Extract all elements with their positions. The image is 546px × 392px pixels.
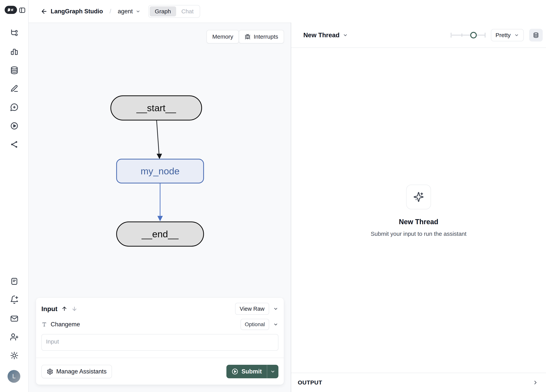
- node-end[interactable]: __end__: [117, 222, 204, 246]
- input-panel-header: Input View Raw: [41, 303, 278, 315]
- graph-selector-label: agent: [118, 8, 133, 15]
- input-panel-footer: Manage Assistants Submit: [41, 358, 278, 385]
- panel-left-toggle-icon[interactable]: [19, 6, 26, 14]
- edge-mynode-to-end: [157, 183, 163, 221]
- thread-panel: New Thread Pretty: [291, 23, 546, 392]
- view-tab-group: Graph Chat: [148, 5, 200, 18]
- move-up-button[interactable]: [61, 306, 67, 312]
- thread-selector-label: New Thread: [303, 32, 339, 39]
- parrot-tools-logo-icon: [6, 7, 15, 13]
- node-start-label: __start__: [136, 103, 176, 113]
- chevron-right-icon: [532, 379, 539, 386]
- input-panel-title: Input: [41, 305, 58, 313]
- avatar-initial: L: [12, 373, 15, 380]
- render-mode-label: Pretty: [495, 32, 511, 38]
- avatar[interactable]: L: [7, 370, 20, 383]
- page-title: LangGraph Studio: [51, 8, 103, 15]
- view-raw-label: View Raw: [240, 306, 265, 312]
- bar-chart-icon: [10, 47, 19, 56]
- share-icon: [10, 140, 19, 149]
- message-plus-icon: [10, 103, 19, 112]
- arrow-left-icon: [41, 8, 48, 15]
- tab-graph[interactable]: Graph: [150, 6, 176, 16]
- chevron-down-icon: [136, 9, 141, 14]
- sidebar-item-docs[interactable]: [10, 277, 19, 286]
- edge-start-to-mynode: [157, 120, 162, 159]
- field-label: Changeme: [51, 321, 80, 328]
- graph-canvas[interactable]: Memory Interrupts: [29, 23, 291, 392]
- input-panel: Input View Raw Changeme: [36, 298, 284, 385]
- node-my-node-label: my_node: [141, 166, 180, 176]
- thread-toolbar: New Thread Pretty: [291, 23, 546, 48]
- thread-toolbar-controls: Pretty: [451, 29, 543, 42]
- field-collapse-chevron-icon[interactable]: [273, 322, 278, 327]
- sidebar-item-feedback[interactable]: [10, 314, 19, 323]
- circle-play-icon: [10, 121, 19, 130]
- node-my-node[interactable]: my_node: [117, 159, 204, 183]
- empty-state: New Thread Submit your input to run the …: [291, 185, 546, 237]
- view-raw-button[interactable]: View Raw: [235, 303, 269, 315]
- text-type-icon: [41, 322, 47, 327]
- sidebar-item-datasets[interactable]: [10, 66, 19, 75]
- chevron-down-icon: [270, 369, 275, 374]
- sidebar-item-monitoring[interactable]: [10, 47, 19, 56]
- thread-selector[interactable]: New Thread: [303, 32, 348, 39]
- mail-icon: [10, 314, 19, 323]
- workflow-icon: [10, 29, 19, 38]
- back-button[interactable]: [41, 8, 48, 15]
- slider-track: [451, 35, 486, 36]
- database-icon: [10, 66, 19, 75]
- optional-badge: Optional: [240, 319, 269, 330]
- sidebar-item-playground[interactable]: [10, 121, 19, 130]
- sun-icon: [10, 351, 19, 360]
- empty-state-icon-card: [406, 185, 431, 209]
- sidebar-item-prompts[interactable]: [10, 103, 19, 112]
- tab-chat[interactable]: Chat: [176, 6, 199, 16]
- sidebar-item-theme[interactable]: [10, 351, 19, 360]
- submit-label: Submit: [241, 368, 262, 375]
- header: LangGraph Studio / agent Graph Chat: [29, 0, 546, 23]
- sidebar-item-annotations[interactable]: [10, 84, 19, 93]
- manage-assistants-button[interactable]: Manage Assistants: [41, 365, 112, 378]
- zoom-slider[interactable]: [451, 32, 486, 38]
- node-start[interactable]: __start__: [111, 96, 202, 120]
- graph-selector[interactable]: agent: [118, 8, 141, 15]
- render-mode-selector[interactable]: Pretty: [491, 29, 524, 41]
- chevron-down-icon: [514, 33, 519, 38]
- state-view-button[interactable]: [529, 29, 543, 42]
- gear-icon: [47, 368, 53, 375]
- submit-button[interactable]: Submit: [226, 365, 267, 378]
- arrow-up-icon: [61, 306, 67, 312]
- pen-icon: [10, 84, 19, 93]
- sidebar-item-graphs[interactable]: [10, 29, 19, 38]
- input-collapse-chevron-icon[interactable]: [273, 306, 278, 311]
- slider-handle[interactable]: [470, 32, 477, 38]
- sidebar: L: [0, 0, 29, 392]
- play-circle-icon: [231, 368, 238, 375]
- manage-assistants-label: Manage Assistants: [56, 368, 107, 375]
- sidebar-item-invite-user[interactable]: [10, 333, 19, 341]
- langgraph-studio-app: L LangGraph Studio / agent Graph Chat Me…: [0, 0, 546, 392]
- submit-split-button: Submit: [226, 365, 278, 378]
- empty-state-subtitle: Submit your input to run the assistant: [371, 231, 466, 237]
- output-label: OUTPUT: [298, 379, 322, 386]
- sidebar-item-deployments[interactable]: [10, 140, 19, 149]
- langchain-logo[interactable]: [5, 6, 17, 14]
- sparkles-icon: [413, 192, 424, 202]
- submit-dropdown-button[interactable]: [267, 365, 278, 378]
- slider-right-cap: [485, 33, 486, 38]
- input-textarea[interactable]: [41, 334, 278, 351]
- database-icon: [533, 32, 539, 38]
- input-field-row: Changeme Optional: [41, 318, 278, 331]
- empty-state-title: New Thread: [399, 218, 438, 226]
- move-down-button[interactable]: [71, 306, 78, 312]
- note-icon: [10, 277, 19, 286]
- sidebar-item-notifications[interactable]: [10, 295, 19, 304]
- slider-mid-tick: [462, 33, 462, 37]
- user-plus-icon: [10, 333, 19, 341]
- output-toggle[interactable]: OUTPUT: [291, 373, 546, 392]
- node-end-label: __end__: [142, 229, 179, 239]
- bell-plus-icon: [10, 295, 19, 304]
- breadcrumb-separator: /: [110, 8, 111, 15]
- chevron-down-icon: [343, 32, 348, 38]
